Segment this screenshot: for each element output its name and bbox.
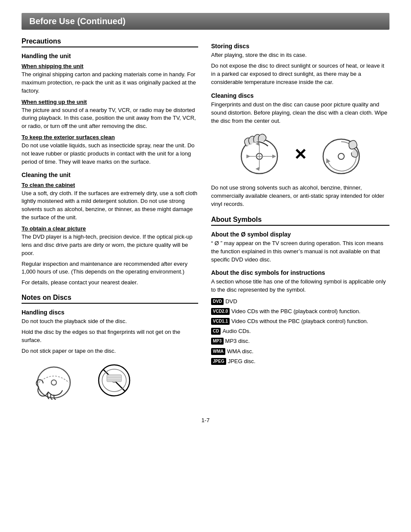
handling-discs-text3: Do not stick paper or tape on the disc.	[22, 347, 198, 355]
setup-text: The picture and sound of a nearby TV, VC…	[22, 106, 198, 131]
page: Before Use (Continued) Precautions Handl…	[0, 0, 411, 532]
disc-label: Audio CDs.	[222, 327, 251, 335]
disc-badge-vcd20: VCD2.0	[211, 308, 230, 315]
page-header-title: Before Use (Continued)	[29, 16, 125, 26]
left-column: Precautions Handling the unit When shipp…	[22, 37, 198, 404]
disc-list: DVDDVDVCD2.0Video CDs with the PBC (play…	[211, 298, 389, 365]
exterior-title: To keep the exterior surfaces clean	[22, 134, 198, 140]
handling-unit-title: Handling the unit	[22, 53, 198, 59]
clear-picture-text3: For details, please contact your nearest…	[22, 279, 198, 287]
right-column: Storing discs After playing, store the d…	[211, 37, 389, 404]
bad-cleaning-illustration	[315, 133, 367, 176]
cleaning-discs-text1: Fingerprints and dust on the disc can ca…	[211, 101, 389, 125]
page-number: 1-7	[22, 417, 389, 423]
shipping-title: When shipping the unit	[22, 63, 198, 69]
precautions-title: Precautions	[22, 37, 198, 47]
clear-picture-text2: Regular inspection and maintenance are r…	[22, 260, 198, 277]
storing-discs-text2: Do not expose the disc to direct sunligh…	[211, 62, 389, 87]
disc-label: MP3 disc.	[225, 337, 250, 345]
clear-picture-text1: The DVD player is a high-tech, precision…	[22, 233, 198, 258]
svg-point-0	[37, 367, 70, 398]
disc-label: JPEG disc.	[228, 358, 255, 365]
disc-list-item: DVDDVD	[211, 298, 389, 305]
disc-list-item: MP3MP3 disc.	[211, 337, 389, 345]
two-column-layout: Precautions Handling the unit When shipp…	[22, 37, 389, 404]
good-disc-illustration	[30, 361, 78, 400]
cabinet-title: To clean the cabinet	[22, 182, 198, 188]
disc-badge-cd: CD	[211, 328, 221, 335]
clear-picture-title: To obtain a clear picture	[22, 225, 198, 232]
page-header: Before Use (Continued)	[22, 13, 389, 30]
disc-label: WMA disc.	[227, 348, 253, 355]
handling-discs-text1: Do not touch the playback side of the di…	[22, 317, 198, 326]
handling-discs-text2: Hold the disc by the edges so that finge…	[22, 328, 198, 345]
shipping-text: The original shipping carton and packing…	[22, 71, 198, 95]
disc-label: DVD	[225, 298, 237, 305]
x-mark-divider: ✕	[294, 146, 307, 164]
disc-list-item: VCD2.0Video CDs with the PBC (playback c…	[211, 308, 389, 315]
setup-title: When setting up the unit	[22, 99, 198, 105]
disc-label: Video CDs with the PBC (playback control…	[231, 308, 361, 315]
cabinet-text: Use a soft, dry cloth. If the surfaces a…	[22, 190, 198, 222]
disc-list-item: JPEGJPEG disc.	[211, 358, 389, 365]
cleaning-discs-text2: Do not use strong solvents such as alcoh…	[211, 184, 389, 208]
svg-point-16	[338, 153, 344, 159]
symbol-display-title: About the Ø symbol display	[211, 231, 389, 238]
good-cleaning-illustration	[234, 133, 285, 176]
handling-discs-title: Handling discs	[22, 309, 198, 316]
storing-discs-title: Storing discs	[211, 43, 389, 50]
disc-label: Video CDs without the PBC (playback cont…	[231, 317, 368, 325]
disc-symbols-text: A section whose title has one of the fol…	[211, 278, 389, 294]
cleaning-unit-title: Cleaning the unit	[22, 171, 198, 178]
notes-on-discs-title: Notes on Discs	[22, 294, 198, 304]
about-symbols-title: About Symbols	[211, 216, 389, 226]
disc-badge-vcd11: VCD1.1	[211, 318, 230, 325]
disc-list-item: WMAWMA disc.	[211, 348, 389, 355]
exterior-text: Do not use volatile liquids, such as ins…	[22, 142, 198, 166]
cleaning-discs-title: Cleaning discs	[211, 92, 389, 99]
disc-badge-dvd: DVD	[211, 298, 224, 305]
disc-badge-jpeg: JPEG	[211, 358, 226, 365]
symbol-display-text: “ Ø ” may appear on the TV screen during…	[211, 240, 389, 264]
disc-list-item: CDAudio CDs.	[211, 327, 389, 335]
handling-disc-illustrations	[30, 361, 198, 400]
disc-cleaning-illustrations: ✕	[211, 133, 389, 176]
disc-badge-mp3: MP3	[211, 338, 224, 345]
no-sticker-disc-illustration	[90, 361, 138, 400]
disc-list-item: VCD1.1Video CDs without the PBC (playbac…	[211, 317, 389, 325]
disc-badge-wma: WMA	[211, 348, 225, 355]
disc-symbols-title: About the disc symbols for instructions	[211, 269, 389, 276]
svg-rect-6	[107, 375, 121, 382]
svg-point-1	[51, 380, 56, 385]
storing-discs-text1: After playing, store the disc in its cas…	[211, 51, 389, 59]
